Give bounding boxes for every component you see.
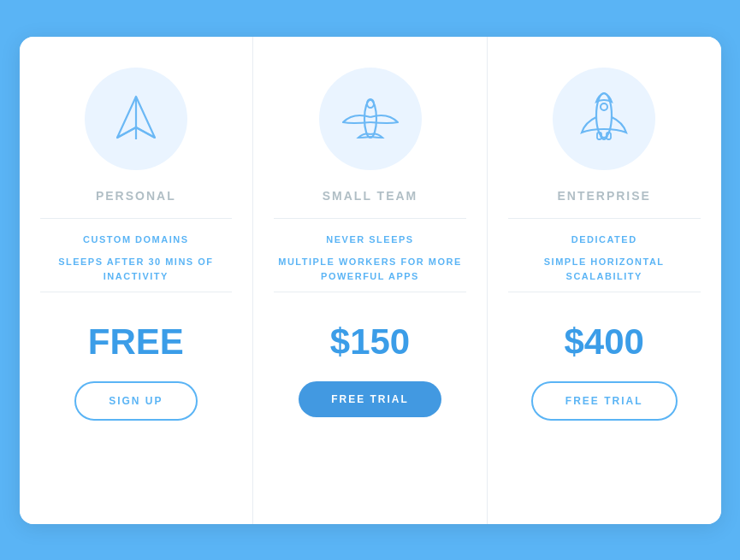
personal-divider-2 xyxy=(40,292,233,292)
personal-price: FREE xyxy=(88,321,184,363)
pricing-container: PERSONAL CUSTOM DOMAINS SLEEPS AFTER 30 … xyxy=(20,37,721,524)
personal-icon-circle xyxy=(85,68,187,170)
personal-plan-name: PERSONAL xyxy=(96,189,176,203)
shuttle-icon xyxy=(573,85,635,153)
svg-point-8 xyxy=(601,103,607,110)
paper-plane-icon xyxy=(105,88,167,150)
enterprise-icon-circle xyxy=(553,68,655,170)
enterprise-cta-button[interactable]: FREE TRIAL xyxy=(531,381,678,421)
small-team-plan-name: SMALL TEAM xyxy=(323,189,418,203)
small-team-divider-2 xyxy=(274,292,466,292)
svg-point-5 xyxy=(364,100,376,138)
plan-card-enterprise: ENTERPRISE DEDICATED SIMPLE HORIZONTAL S… xyxy=(488,37,721,524)
enterprise-plan-name: ENTERPRISE xyxy=(557,189,650,203)
small-team-icon-circle xyxy=(319,68,422,170)
enterprise-feature-1: DEDICATED xyxy=(571,233,637,247)
small-team-feature-2: MULTIPLE WORKERS FOR MORE POWERFUL APPS xyxy=(274,255,466,283)
personal-feature-2: SLEEPS AFTER 30 MINS OF INACTIVITY xyxy=(40,255,233,283)
small-team-cta-button[interactable]: FREE TRIAL xyxy=(299,381,441,417)
small-team-feature-1: NEVER SLEEPS xyxy=(326,233,413,247)
enterprise-price: $400 xyxy=(564,321,643,363)
small-team-price: $150 xyxy=(330,321,410,363)
enterprise-divider-1 xyxy=(508,218,701,219)
plan-card-personal: PERSONAL CUSTOM DOMAINS SLEEPS AFTER 30 … xyxy=(20,37,254,524)
personal-divider-1 xyxy=(40,218,233,219)
enterprise-feature-2: SIMPLE HORIZONTAL SCALABILITY xyxy=(508,255,701,283)
small-team-divider-1 xyxy=(274,218,466,219)
enterprise-divider-2 xyxy=(508,292,701,292)
plan-card-small-team: SMALL TEAM NEVER SLEEPS MULTIPLE WORKERS… xyxy=(253,37,488,524)
airplane-icon xyxy=(336,88,405,150)
personal-feature-1: CUSTOM DOMAINS xyxy=(83,233,188,247)
personal-cta-button[interactable]: SIGN UP xyxy=(74,381,197,421)
